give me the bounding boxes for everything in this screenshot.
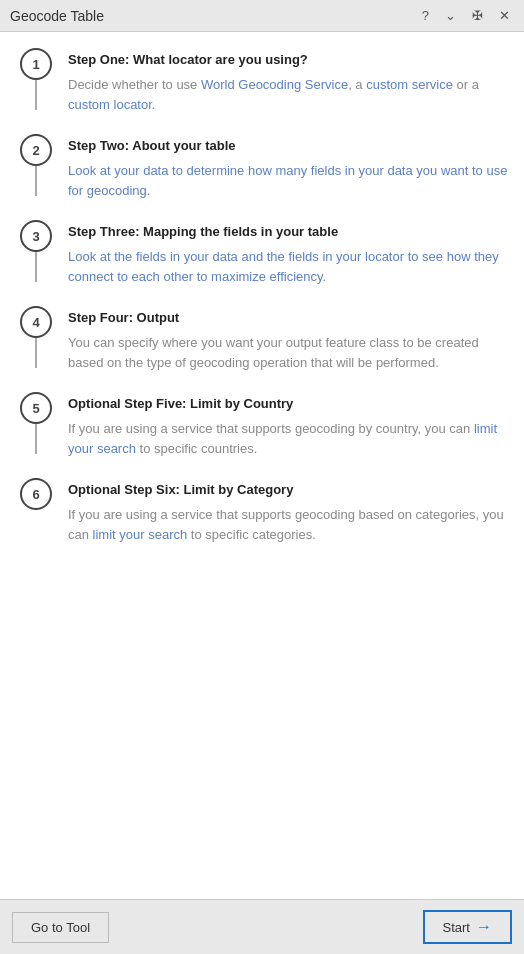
step-desc-5: If you are using a service that supports… bbox=[68, 419, 508, 458]
highlight-3: Look at the fields in your data and the … bbox=[68, 249, 499, 284]
step-line-5 bbox=[35, 424, 37, 454]
step-circle-4: 4 bbox=[20, 306, 52, 338]
highlight-2: Look at your data to determine how many … bbox=[68, 163, 507, 198]
step-desc-6: If you are using a service that supports… bbox=[68, 505, 508, 544]
step-circle-6: 6 bbox=[20, 478, 52, 510]
step-desc-4: You can specify where you want your outp… bbox=[68, 333, 508, 372]
step-left-3: 3 bbox=[16, 220, 56, 282]
highlight-5: limit your search bbox=[68, 421, 497, 456]
step-left-1: 1 bbox=[16, 48, 56, 110]
step-title-6: Optional Step Six: Limit by Category bbox=[68, 482, 508, 497]
collapse-icon[interactable]: ⌄ bbox=[441, 6, 460, 25]
step-content-4: Step Four: Output You can specify where … bbox=[56, 306, 508, 392]
step-title-5: Optional Step Five: Limit by Country bbox=[68, 396, 508, 411]
help-icon[interactable]: ? bbox=[418, 6, 433, 25]
step-desc-2: Look at your data to determine how many … bbox=[68, 161, 508, 200]
step-left-6: 6 bbox=[16, 478, 56, 510]
footer: Go to Tool Start → bbox=[0, 899, 524, 954]
step-desc-1: Decide whether to use World Geocoding Se… bbox=[68, 75, 508, 114]
highlight-6: limit your search bbox=[93, 527, 188, 542]
step-title-4: Step Four: Output bbox=[68, 310, 508, 325]
step-item-5: 5 Optional Step Five: Limit by Country I… bbox=[16, 392, 508, 478]
step-circle-5: 5 bbox=[20, 392, 52, 424]
step-content-6: Optional Step Six: Limit by Category If … bbox=[56, 478, 508, 554]
go-to-tool-button[interactable]: Go to Tool bbox=[12, 912, 109, 943]
highlight-1b: custom service bbox=[366, 77, 453, 92]
pin-icon[interactable]: ✠ bbox=[468, 6, 487, 25]
step-title-1: Step One: What locator are you using? bbox=[68, 52, 508, 67]
step-title-2: Step Two: About your table bbox=[68, 138, 508, 153]
start-arrow-icon: → bbox=[476, 918, 492, 936]
window-title: Geocode Table bbox=[10, 8, 104, 24]
step-content-2: Step Two: About your table Look at your … bbox=[56, 134, 508, 220]
close-icon[interactable]: ✕ bbox=[495, 6, 514, 25]
step-line-4 bbox=[35, 338, 37, 368]
title-bar: Geocode Table ? ⌄ ✠ ✕ bbox=[0, 0, 524, 32]
highlight-1c: custom locator bbox=[68, 97, 152, 112]
step-item-6: 6 Optional Step Six: Limit by Category I… bbox=[16, 478, 508, 554]
step-content-3: Step Three: Mapping the fields in your t… bbox=[56, 220, 508, 306]
step-content-1: Step One: What locator are you using? De… bbox=[56, 48, 508, 134]
step-left-4: 4 bbox=[16, 306, 56, 368]
step-circle-2: 2 bbox=[20, 134, 52, 166]
step-item-2: 2 Step Two: About your table Look at you… bbox=[16, 134, 508, 220]
main-content: 1 Step One: What locator are you using? … bbox=[0, 32, 524, 899]
step-left-5: 5 bbox=[16, 392, 56, 454]
step-desc-3: Look at the fields in your data and the … bbox=[68, 247, 508, 286]
highlight-1a: World Geocoding Service bbox=[201, 77, 348, 92]
start-label: Start bbox=[443, 920, 470, 935]
step-circle-3: 3 bbox=[20, 220, 52, 252]
step-circle-1: 1 bbox=[20, 48, 52, 80]
step-line-1 bbox=[35, 80, 37, 110]
title-bar-controls: ? ⌄ ✠ ✕ bbox=[418, 6, 514, 25]
step-item-4: 4 Step Four: Output You can specify wher… bbox=[16, 306, 508, 392]
step-content-5: Optional Step Five: Limit by Country If … bbox=[56, 392, 508, 478]
step-list: 1 Step One: What locator are you using? … bbox=[16, 48, 508, 554]
step-item-3: 3 Step Three: Mapping the fields in your… bbox=[16, 220, 508, 306]
step-line-3 bbox=[35, 252, 37, 282]
step-item-1: 1 Step One: What locator are you using? … bbox=[16, 48, 508, 134]
step-title-3: Step Three: Mapping the fields in your t… bbox=[68, 224, 508, 239]
step-line-2 bbox=[35, 166, 37, 196]
step-left-2: 2 bbox=[16, 134, 56, 196]
start-button[interactable]: Start → bbox=[423, 910, 512, 944]
